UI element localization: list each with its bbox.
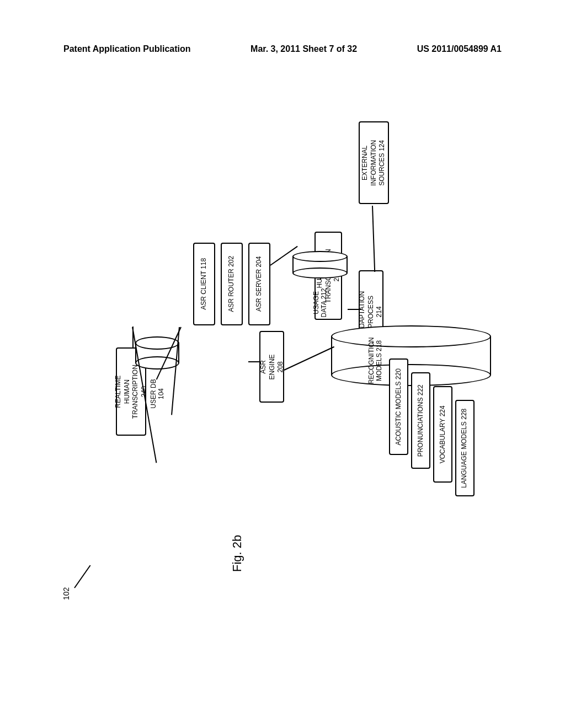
- connector: [284, 346, 334, 371]
- header-left: Patent Application Publication: [63, 44, 191, 54]
- asr-server-box: ASR SERVER 204: [248, 243, 270, 325]
- header-right: US 2011/0054899 A1: [417, 44, 502, 54]
- connector: [248, 361, 259, 362]
- ref-number-102: 102: [62, 587, 71, 600]
- ref-line-102: [74, 565, 90, 588]
- usage-data-cylinder: USAGE DATA 212: [292, 251, 348, 279]
- external-info-box: EXTERNAL INFORMATION SOURCES 124: [359, 121, 389, 204]
- user-db-cylinder: USER DB 104: [135, 336, 179, 370]
- connector: [348, 309, 361, 310]
- connector: [320, 279, 321, 280]
- figure-label: Fig. 2b: [230, 535, 244, 572]
- header-center: Mar. 3, 2011 Sheet 7 of 32: [250, 44, 357, 54]
- page-header: Patent Application Publication Mar. 3, 2…: [0, 44, 565, 54]
- diagram: 102 Fig. 2b ASR CLIENT 118 ASR ROUTER 20…: [44, 110, 521, 607]
- pronunciations-box: PRONUNCIATIONS 222: [411, 372, 430, 469]
- asr-engine-box: ASR ENGINE 208: [259, 331, 284, 403]
- language-models-box: LANGUAGE MODELS 228: [455, 400, 475, 496]
- acoustic-models-box: ACOUSTIC MODELS 220: [389, 358, 408, 455]
- asr-router-box: ASR ROUTER 202: [221, 243, 243, 325]
- vocabulary-box: VOCABULARY 224: [433, 386, 452, 483]
- connector: [132, 326, 134, 349]
- asr-client-box: ASR CLIENT 118: [193, 243, 215, 325]
- connector: [372, 206, 375, 272]
